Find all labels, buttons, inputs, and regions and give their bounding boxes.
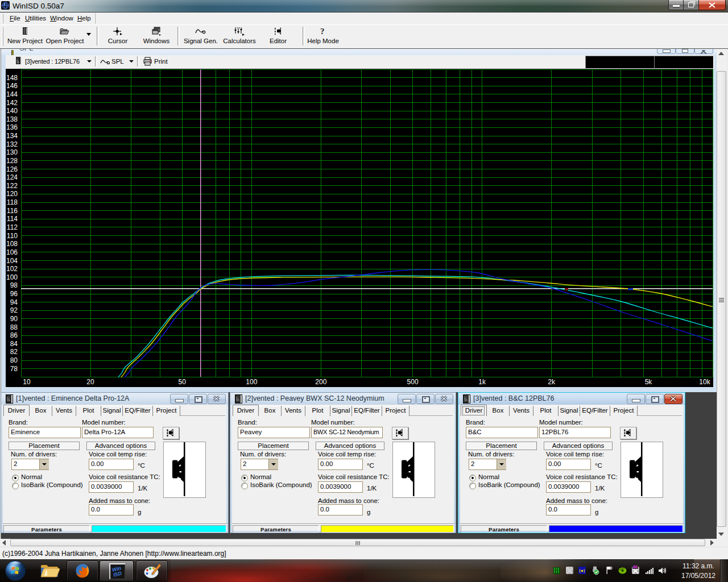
svg-text:126: 126 (6, 165, 18, 173)
svg-text:114: 114 (7, 215, 18, 223)
svg-text:146: 146 (6, 82, 18, 90)
svg-text:102: 102 (6, 265, 18, 273)
svg-text:116: 116 (7, 207, 18, 215)
svg-text:136: 136 (6, 123, 18, 131)
svg-text:86: 86 (10, 331, 18, 339)
svg-text:148: 148 (6, 74, 18, 82)
svg-text:138: 138 (6, 115, 18, 123)
svg-text:88: 88 (10, 323, 18, 331)
svg-text:10k: 10k (699, 378, 710, 386)
svg-text:142: 142 (6, 99, 18, 107)
svg-text:98: 98 (10, 281, 18, 289)
svg-text:84: 84 (10, 340, 18, 348)
svg-text:108: 108 (6, 240, 18, 248)
svg-text:82: 82 (10, 348, 18, 356)
svg-text:140: 140 (6, 107, 18, 115)
svg-text:100: 100 (246, 378, 257, 386)
svg-text:90: 90 (10, 315, 18, 323)
svg-text:132: 132 (6, 140, 18, 148)
svg-text:80: 80 (10, 356, 18, 364)
svg-text:10: 10 (23, 378, 31, 386)
svg-text:134: 134 (6, 132, 18, 140)
svg-text:130: 130 (6, 148, 18, 156)
svg-text:112: 112 (7, 223, 18, 231)
svg-text:96: 96 (10, 290, 18, 298)
svg-text:120: 120 (6, 190, 18, 198)
svg-text:104: 104 (6, 257, 18, 265)
svg-text:122: 122 (6, 182, 18, 190)
svg-text:2k: 2k (548, 378, 556, 386)
svg-text:94: 94 (10, 298, 18, 306)
svg-text:5k: 5k (645, 378, 653, 386)
svg-text:110: 110 (7, 232, 18, 240)
svg-text:20: 20 (86, 378, 94, 386)
svg-text:124: 124 (6, 173, 18, 181)
svg-text:144: 144 (6, 90, 18, 98)
svg-text:200: 200 (315, 378, 326, 386)
svg-text:118: 118 (7, 198, 18, 206)
svg-text:92: 92 (10, 306, 18, 314)
svg-text:78: 78 (10, 365, 18, 373)
svg-text:128: 128 (6, 157, 18, 165)
svg-text:50: 50 (179, 378, 187, 386)
svg-text:106: 106 (6, 248, 18, 256)
svg-text:1k: 1k (478, 378, 486, 386)
svg-text:100: 100 (6, 273, 18, 281)
svg-text:500: 500 (407, 378, 419, 386)
